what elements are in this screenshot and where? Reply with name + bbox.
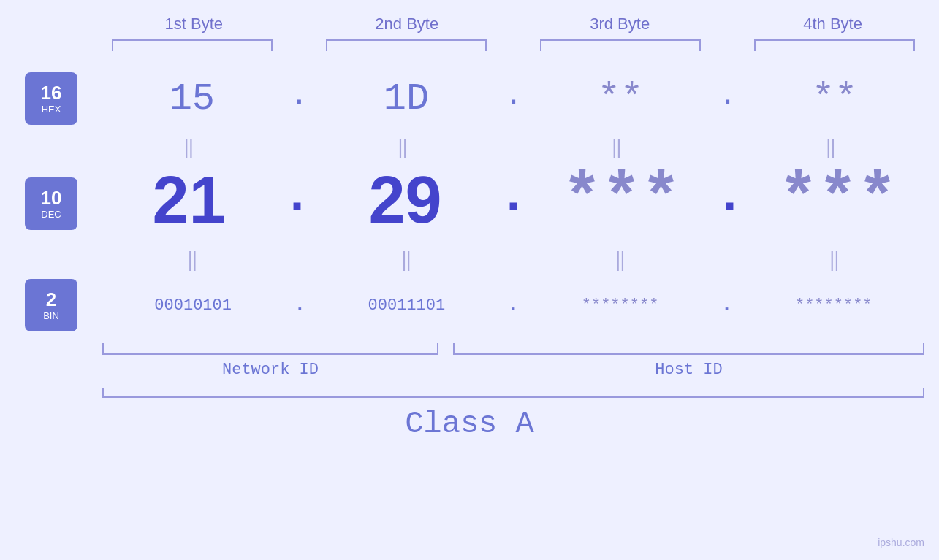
dec-dot1: .: [281, 168, 312, 233]
watermark: ipshu.com: [878, 537, 924, 548]
parallel-1-b2: ‖: [326, 136, 487, 159]
bin-badge: 2 BIN: [25, 279, 77, 331]
parallel-1-b1: ‖: [112, 136, 273, 159]
hex-badge: 16 HEX: [25, 72, 77, 125]
hex-dot1: .: [292, 82, 308, 116]
parallel-2-b2: ‖: [326, 248, 487, 272]
bin-byte3: ********: [540, 296, 701, 315]
col-header-4: 4th Byte: [749, 15, 917, 34]
dec-byte3: ***: [541, 167, 702, 233]
hex-dot3: .: [720, 82, 736, 116]
bin-dot1: .: [294, 294, 305, 316]
parallel-2-b3: ‖: [540, 248, 701, 272]
network-id-label: Network ID: [102, 361, 438, 379]
bin-byte1: 00010101: [113, 296, 273, 315]
outer-bracket: [102, 388, 924, 398]
hex-byte3: **: [540, 77, 701, 120]
col-header-3: 3rd Byte: [536, 15, 704, 34]
hex-byte2: 1D: [326, 77, 487, 120]
bracket-col1: [112, 39, 273, 51]
host-id-label: Host ID: [453, 361, 924, 379]
bin-dot3: .: [721, 294, 733, 316]
hex-byte4: **: [754, 77, 915, 120]
hex-byte1: 15: [112, 77, 273, 120]
dec-byte1: 21: [108, 167, 269, 233]
dec-byte2: 29: [324, 167, 485, 233]
network-bracket: [102, 343, 438, 355]
dec-dot2: .: [498, 168, 528, 233]
bin-byte4: ********: [753, 296, 914, 315]
host-bracket: [453, 343, 924, 355]
parallel-1-b3: ‖: [540, 136, 701, 159]
bin-dot2: .: [508, 294, 520, 316]
col-header-1: 1st Byte: [110, 15, 278, 34]
dec-dot3: .: [714, 168, 745, 233]
dec-badge: 10 DEC: [25, 177, 77, 230]
dec-byte4: ***: [757, 167, 918, 233]
parallel-2-b4: ‖: [754, 248, 915, 272]
bracket-col3: [540, 39, 701, 51]
col-header-2: 2nd Byte: [323, 15, 491, 34]
hex-dot2: .: [506, 82, 522, 116]
parallel-1-b4: ‖: [754, 136, 915, 159]
bin-byte2: 00011101: [326, 296, 487, 315]
bracket-col4: [754, 39, 915, 51]
class-label: Class A: [0, 407, 939, 442]
page-layout: 1st Byte 2nd Byte 3rd Byte 4th Byte 16 H…: [0, 0, 939, 442]
bracket-col2: [326, 39, 487, 51]
parallel-2-b1: ‖: [112, 248, 273, 272]
